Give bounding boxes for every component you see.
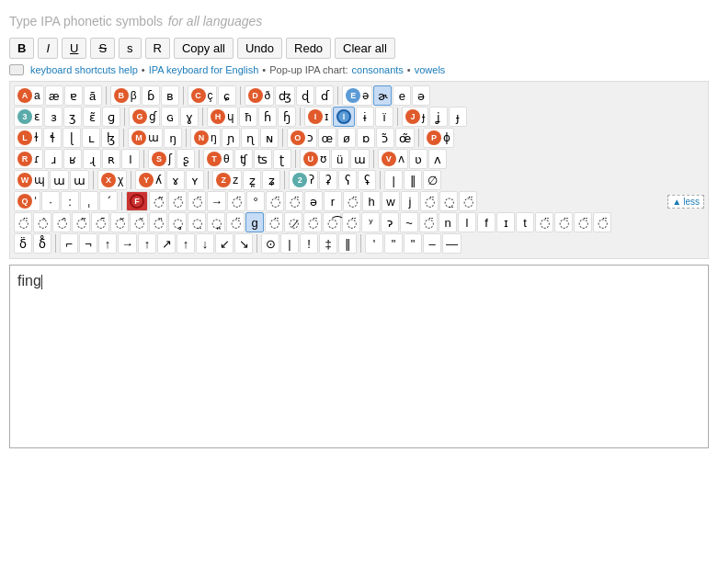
key-ae[interactable]: æ	[45, 85, 63, 106]
key-d7[interactable]: ◌̌	[130, 212, 148, 232]
key-d25[interactable]: ɪ	[496, 212, 515, 232]
key-arr7[interactable]: ↑	[177, 233, 195, 254]
key-dpipe[interactable]: ‖	[404, 170, 422, 190]
r-button[interactable]: R	[145, 38, 170, 59]
key-diac13[interactable]: j	[401, 191, 419, 211]
key-d-bar[interactable]: ɗ	[315, 85, 334, 106]
key-d9[interactable]: ◌̥	[168, 212, 187, 232]
key-z2[interactable]: z̪	[243, 170, 261, 190]
key-g2[interactable]: ɢ	[161, 107, 179, 127]
key-d22[interactable]: n	[439, 212, 457, 232]
key-d13[interactable]: ◌̈	[265, 212, 283, 232]
less-button[interactable]: ▲ less	[667, 195, 704, 209]
key-U-section[interactable]: U ʊ	[300, 149, 330, 169]
key-V-section[interactable]: V ʌ	[378, 149, 408, 169]
key-d10[interactable]: ◌̤	[188, 212, 206, 232]
key-d-ezh[interactable]: ʤ	[275, 85, 295, 106]
key-arr1[interactable]: ⌐	[60, 233, 78, 254]
key-gl2[interactable]: ʡ	[319, 170, 337, 190]
redo-button[interactable]: Redo	[286, 38, 331, 59]
copy-all-button[interactable]: Copy all	[174, 38, 234, 59]
key-e-highlight[interactable]: ɚ	[373, 85, 392, 106]
keyboard-shortcuts-link[interactable]: keyboard shortcuts help	[30, 64, 138, 75]
key-arr9[interactable]: ↙	[215, 233, 234, 254]
key-o6[interactable]: œ̃	[395, 128, 415, 148]
key-d21[interactable]: ◌̈	[419, 212, 438, 232]
text-area[interactable]: fing	[9, 265, 709, 448]
key-z3[interactable]: ʑ	[262, 170, 280, 190]
key-X-section[interactable]: X χ	[97, 170, 127, 190]
key-F-section[interactable]: F	[126, 191, 148, 211]
key-I2-section[interactable]: I	[333, 107, 355, 127]
key-b-hook[interactable]: ɓ	[142, 85, 160, 106]
key-diac2[interactable]: ◌̈	[168, 191, 187, 211]
key-eps5[interactable]: ɛ̃	[83, 107, 101, 127]
key-i2[interactable]: ɨ	[356, 107, 374, 127]
key-diac1[interactable]: ◌̃	[149, 191, 167, 211]
key-Y-section[interactable]: Y ʎ	[135, 170, 165, 190]
key-arr5[interactable]: ↑	[138, 233, 156, 254]
key-diac10[interactable]: ◌̈	[343, 191, 361, 211]
key-w2[interactable]: ɯ	[50, 170, 69, 190]
key-n3[interactable]: ɳ	[241, 128, 259, 148]
key-r3[interactable]: ʁ	[63, 149, 82, 169]
key-gl3[interactable]: ʕ	[338, 170, 357, 190]
key-d23[interactable]: l	[458, 212, 476, 232]
key-diac14[interactable]: ◌̈	[420, 191, 439, 211]
key-l2[interactable]: ɬ	[43, 128, 62, 148]
key-v3[interactable]: ʌ	[428, 149, 447, 169]
key-dquote2[interactable]: "	[404, 233, 422, 254]
key-R-section[interactable]: R ɾ	[14, 149, 43, 169]
key-P-section[interactable]: P ɸ	[423, 128, 454, 148]
key-pipe[interactable]: |	[384, 170, 403, 190]
key-diac7[interactable]: ◌̈	[285, 191, 303, 211]
key-e-open[interactable]: e	[393, 85, 411, 106]
key-l3[interactable]: ɭ	[63, 128, 81, 148]
key-eps3[interactable]: ɜ	[44, 107, 63, 127]
key-j3[interactable]: ɟ	[449, 107, 467, 127]
key-B-section[interactable]: B β	[110, 85, 141, 106]
undo-button[interactable]: Undo	[237, 38, 282, 59]
key-M-section[interactable]: M ɯ	[128, 128, 163, 148]
key-diac3[interactable]: ◌̈	[188, 191, 206, 211]
key-excl[interactable]: !	[300, 233, 318, 254]
key-clock[interactable]: ⊙	[261, 233, 279, 254]
key-t3[interactable]: ʦ	[254, 149, 272, 169]
key-d28[interactable]: ◌̈	[554, 212, 573, 232]
key-dquote[interactable]: "	[384, 233, 403, 254]
key-3-section[interactable]: 3 ɛ	[14, 107, 43, 127]
key-Z-section[interactable]: Z z	[212, 170, 242, 190]
clear-all-button[interactable]: Clear all	[335, 38, 395, 59]
key-J-section[interactable]: J ɟ	[402, 107, 428, 127]
key-arr6[interactable]: ↗	[157, 233, 176, 254]
key-diac11[interactable]: h	[362, 191, 381, 211]
key-c-hook[interactable]: ɕ	[218, 85, 236, 106]
key-O-section[interactable]: O ɔ	[287, 128, 317, 148]
key-l4[interactable]: ʟ	[82, 128, 100, 148]
key-d2[interactable]: ◌̀	[33, 212, 51, 232]
key-arr10[interactable]: ↘	[234, 233, 253, 254]
key-d30[interactable]: ◌̈	[593, 212, 611, 232]
key-h3[interactable]: ɦ	[258, 107, 277, 127]
key-r2[interactable]: ɹ	[44, 149, 63, 169]
key-ash[interactable]: ɐ	[64, 85, 83, 106]
key-d20[interactable]: ~	[400, 212, 418, 232]
key-arr8[interactable]: ↓	[196, 233, 214, 254]
key-d17[interactable]: ◌̈	[342, 212, 360, 232]
key-u2[interactable]: ü	[331, 149, 349, 169]
small-s-button[interactable]: s	[119, 38, 142, 59]
key-W-section[interactable]: W ɰ	[14, 170, 49, 190]
key-n4[interactable]: ɴ	[260, 128, 279, 148]
key-S-section[interactable]: S ʃ	[148, 149, 176, 169]
key-plus[interactable]: ‡	[319, 233, 337, 254]
key-d-hook[interactable]: ɖ	[296, 85, 314, 106]
key-dpipe2[interactable]: ‖	[338, 233, 357, 254]
key-arc2[interactable]: δ̊	[33, 233, 51, 254]
key-i3[interactable]: ï	[375, 107, 393, 127]
key-d24[interactable]: f	[477, 212, 496, 232]
key-diac16[interactable]: ◌̈	[459, 191, 477, 211]
key-t4[interactable]: ʈ	[273, 149, 291, 169]
key-C-section[interactable]: C ç	[188, 85, 217, 106]
key-r4[interactable]: ɻ	[83, 149, 101, 169]
key-o3[interactable]: ø	[337, 128, 356, 148]
